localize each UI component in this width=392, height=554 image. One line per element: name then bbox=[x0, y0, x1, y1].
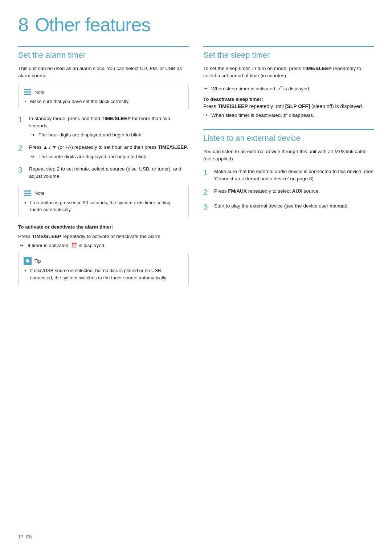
deactivate-label: To deactivate sleep timer: bbox=[203, 97, 374, 102]
activate-arrow-sym: ↪ bbox=[20, 242, 25, 249]
step-2: 2 Press ▲ / ▼ (or +/-) repeatedly to set… bbox=[18, 144, 189, 160]
activate-label: To activate or deactivate the alarm time… bbox=[18, 223, 189, 231]
step-number-2: 2 bbox=[18, 144, 25, 153]
chapter-title-text: Other features bbox=[35, 14, 150, 35]
note-list-2: If no button is pressed in 90 seconds, t… bbox=[24, 199, 183, 213]
step-number-1: 1 bbox=[18, 115, 25, 124]
external-steps: 1 Make sure that the external audio devi… bbox=[203, 168, 374, 212]
sleep-timer-title: Set the sleep timer bbox=[203, 46, 374, 60]
svg-rect-1 bbox=[24, 91, 31, 93]
tip-icon: ✱ bbox=[24, 257, 32, 265]
external-device-title: Listen to an external device bbox=[203, 129, 374, 143]
step-content-2: Press ▲ / ▼ (or +/-) repeatedly to set h… bbox=[29, 144, 189, 160]
chapter-title: 8Other features bbox=[18, 15, 374, 35]
step-1: 1 In standby mode, press and hold TIME/S… bbox=[18, 115, 189, 139]
ext-step-number-1: 1 bbox=[203, 168, 210, 177]
step-3: 3 Repeat step 2 to set minute, select a … bbox=[18, 165, 189, 180]
note-icon-1 bbox=[24, 89, 32, 95]
sleep-timer-section: Set the sleep timer To set the sleep tim… bbox=[203, 46, 374, 119]
arrow-symbol-2: ↪ bbox=[30, 153, 36, 160]
alarm-timer-title: Set the alarm timer bbox=[18, 46, 189, 60]
step-content-1: In standby mode, press and hold TIME/SLE… bbox=[29, 115, 189, 139]
deactivate-text: Press TIME/SLEEP repeatedly until [SLP O… bbox=[203, 103, 363, 109]
step1-arrow-text: The hour digits are displayed and begin … bbox=[38, 131, 143, 139]
sleep-arrow-sym-1: ↪ bbox=[203, 85, 209, 93]
note-item-2-0: If no button is pressed in 90 seconds, t… bbox=[30, 199, 183, 213]
note-label-2: Note bbox=[34, 190, 44, 197]
sleep-arrow-text-1: When sleep timer is activated, zz is dis… bbox=[211, 85, 310, 93]
note-label-1: Note bbox=[34, 89, 44, 96]
tip-list: If disc/USB source is selected, but no d… bbox=[24, 267, 183, 281]
note-box-2: Note If no button is pressed in 90 secon… bbox=[18, 186, 189, 217]
svg-rect-2 bbox=[24, 94, 31, 95]
ext-step-2: 2 Press FM/AUX repeatedly to select AUX … bbox=[203, 188, 374, 197]
alarm-timer-intro: This unit can be used as an alarm clock.… bbox=[18, 65, 189, 80]
svg-rect-4 bbox=[24, 193, 31, 194]
tip-label: Tip bbox=[34, 258, 41, 265]
step2-arrow: ↪ The minute digits are displayed and be… bbox=[30, 153, 189, 160]
alarm-steps: 1 In standby mode, press and hold TIME/S… bbox=[18, 115, 189, 180]
ext-step-number-2: 2 bbox=[203, 188, 210, 197]
tip-header: ✱ Tip bbox=[24, 257, 183, 265]
deactivate-block: To deactivate sleep timer: Press TIME/SL… bbox=[203, 97, 374, 119]
ext-step-3: 3 Start to play the external device (see… bbox=[203, 202, 374, 212]
svg-rect-0 bbox=[24, 89, 31, 90]
note-header-2: Note bbox=[24, 190, 183, 197]
sleep-arrow-2: ↪ When sleep timer is deactivated, zz di… bbox=[203, 111, 374, 119]
step2-arrow-text: The minute digits are displayed and begi… bbox=[38, 153, 147, 160]
activate-text: Press TIME/SLEEP repeatedly to activate … bbox=[18, 234, 162, 239]
ext-step-number-3: 3 bbox=[203, 202, 210, 212]
sleep-arrow-sym-2: ↪ bbox=[203, 111, 209, 119]
step-number-3: 3 bbox=[18, 165, 25, 175]
ext-step-1: 1 Make sure that the external audio devi… bbox=[203, 168, 374, 183]
ext-step-content-1: Make sure that the external audio device… bbox=[214, 168, 374, 183]
left-column: Set the alarm timer This unit can be use… bbox=[18, 46, 189, 291]
activate-section: To activate or deactivate the alarm time… bbox=[18, 223, 189, 249]
ext-step-content-3: Start to play the external device (see t… bbox=[214, 202, 374, 210]
tip-box: ✱ Tip If disc/USB source is selected, bu… bbox=[18, 253, 189, 285]
external-device-section: Listen to an external device You can lis… bbox=[203, 129, 374, 212]
step-content-3: Repeat step 2 to set minute, select a so… bbox=[29, 165, 189, 180]
sleep-arrow-1: ↪ When sleep timer is activated, zz is d… bbox=[203, 85, 374, 93]
svg-rect-3 bbox=[24, 190, 31, 192]
step1-arrow: ↪ The hour digits are displayed and begi… bbox=[30, 131, 189, 139]
svg-rect-5 bbox=[24, 195, 31, 196]
external-device-intro: You can listen to an external device thr… bbox=[203, 148, 374, 163]
page-footer: 17 EN bbox=[18, 534, 33, 539]
note-icon-2 bbox=[24, 190, 32, 197]
page-lang: EN bbox=[26, 534, 33, 539]
page-number: 17 bbox=[18, 534, 23, 539]
arrow-symbol-1: ↪ bbox=[30, 131, 36, 139]
note-list-1: Make sure that you have set the clock co… bbox=[24, 98, 183, 105]
chapter-number: 8 bbox=[18, 14, 28, 35]
alarm-timer-section: Set the alarm timer This unit can be use… bbox=[18, 46, 189, 285]
two-column-layout: Set the alarm timer This unit can be use… bbox=[18, 46, 374, 291]
page-header: 8Other features bbox=[18, 15, 374, 35]
note-header-1: Note bbox=[24, 89, 183, 96]
sleep-arrow-text-2: When sleep timer is deactivated, zz disa… bbox=[211, 111, 314, 119]
right-column: Set the sleep timer To set the sleep tim… bbox=[203, 46, 374, 218]
ext-step-content-2: Press FM/AUX repeatedly to select AUX so… bbox=[214, 188, 374, 195]
activate-arrow-text: If timer is activated, ⏰ is displayed. bbox=[28, 242, 106, 249]
sleep-timer-intro: To set the sleep timer, in turn on mode,… bbox=[203, 65, 374, 80]
note-item-1-0: Make sure that you have set the clock co… bbox=[30, 98, 183, 105]
tip-item-0: If disc/USB source is selected, but no d… bbox=[30, 267, 183, 281]
activate-arrow: ↪ If timer is activated, ⏰ is displayed. bbox=[20, 242, 189, 249]
note-box-1: Note Make sure that you have set the clo… bbox=[18, 85, 189, 109]
